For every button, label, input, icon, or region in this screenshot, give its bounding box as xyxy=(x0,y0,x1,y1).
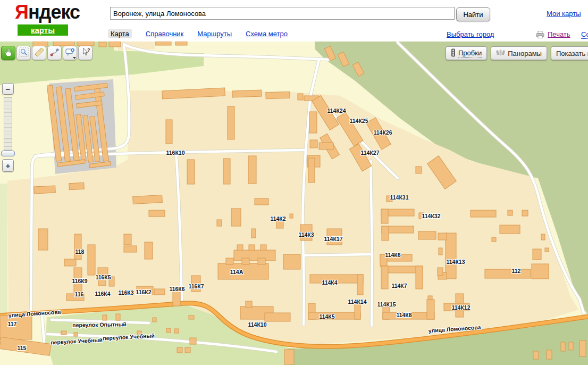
building xyxy=(237,245,243,251)
building-label: 114К2 xyxy=(270,215,285,222)
tab-metro[interactable]: Схема метро xyxy=(246,30,288,38)
building xyxy=(261,245,266,251)
building xyxy=(154,289,165,295)
route-icon xyxy=(49,46,61,60)
building-label: 116К6 xyxy=(169,286,184,292)
my-maps-link[interactable]: Мои карты xyxy=(547,10,581,18)
building xyxy=(579,341,586,356)
zoom-in-button[interactable]: + xyxy=(2,159,14,172)
traffic-light-icon xyxy=(451,48,456,59)
search-button[interactable]: Найти xyxy=(456,7,490,21)
building xyxy=(74,333,78,336)
building xyxy=(218,263,268,279)
route-tool[interactable] xyxy=(47,46,62,60)
building xyxy=(265,313,290,321)
building xyxy=(522,210,528,216)
building xyxy=(34,186,56,194)
building xyxy=(242,258,249,264)
building xyxy=(99,42,106,47)
magnifier-icon xyxy=(18,46,30,60)
building xyxy=(532,264,549,279)
zoom-control: − + xyxy=(2,83,16,179)
building-label: 114К13 xyxy=(446,259,465,265)
building xyxy=(232,90,262,97)
building xyxy=(382,226,389,240)
inspect-cursor-tool[interactable]: ? xyxy=(78,46,93,60)
printer-icon xyxy=(535,30,545,41)
zoom-selection-tool[interactable] xyxy=(16,46,31,60)
building-label: 116К10 xyxy=(166,150,184,156)
building xyxy=(255,198,268,205)
building-label: 117 xyxy=(8,321,17,327)
building xyxy=(251,229,256,238)
building-label: 114К15 xyxy=(377,301,396,308)
building-label: 114К31 xyxy=(390,194,408,201)
road xyxy=(371,161,372,326)
traffic-button[interactable]: Пробки xyxy=(446,46,487,60)
nav-tabs: КартаСправочникМаршрутыСхема метро xyxy=(108,29,288,38)
building xyxy=(547,350,552,359)
building xyxy=(61,331,66,335)
building xyxy=(248,156,256,184)
pan-hand-tool[interactable] xyxy=(1,46,15,60)
zoom-slider-handle[interactable] xyxy=(1,151,15,156)
choose-city-link[interactable]: Выбрать город xyxy=(447,30,494,38)
ruler-tool[interactable] xyxy=(32,46,46,60)
building xyxy=(508,210,513,215)
building xyxy=(276,221,283,228)
building xyxy=(310,140,317,148)
building xyxy=(53,42,74,46)
building xyxy=(357,275,363,295)
building xyxy=(258,258,265,264)
building xyxy=(166,328,171,333)
building xyxy=(492,237,496,242)
building xyxy=(428,296,432,300)
building xyxy=(175,42,187,45)
building-label: 116 xyxy=(75,291,84,297)
tab-directory[interactable]: Справочник xyxy=(146,30,184,38)
building xyxy=(38,229,48,250)
yandex-logo: Яндекс xyxy=(15,1,80,23)
building-label: 118 xyxy=(75,248,85,255)
building xyxy=(116,314,120,320)
traffic-button-label: Пробки xyxy=(458,49,482,57)
show-on-map-button[interactable]: Показать на к xyxy=(551,46,588,60)
building xyxy=(533,351,539,359)
building xyxy=(438,268,443,276)
building xyxy=(561,342,565,351)
building xyxy=(231,209,241,226)
building xyxy=(290,214,293,218)
building xyxy=(541,234,545,240)
print-link[interactable]: Печать xyxy=(548,30,570,38)
building-label: 114К24 xyxy=(327,107,346,114)
tab-routes[interactable]: Маршруты xyxy=(197,30,232,38)
building-label: 115 xyxy=(18,345,27,351)
building-label: 114К12 xyxy=(451,304,470,311)
svg-text:?: ? xyxy=(87,47,90,53)
building-label: 114К5 xyxy=(319,313,334,320)
zoom-slider-track[interactable] xyxy=(4,97,12,152)
building xyxy=(416,266,423,289)
panoramas-button[interactable]: Панорамы xyxy=(491,46,547,60)
building xyxy=(545,248,549,252)
building-label: 116К4 xyxy=(95,291,110,297)
building xyxy=(0,316,32,339)
building xyxy=(381,209,388,223)
maps-badge[interactable]: карты xyxy=(18,24,68,36)
zoom-out-button[interactable]: − xyxy=(2,83,14,95)
building xyxy=(217,220,222,226)
building xyxy=(569,342,573,350)
building xyxy=(74,234,81,260)
building-label: 114К26 xyxy=(373,129,392,136)
search-input[interactable] xyxy=(110,7,455,20)
building xyxy=(133,195,163,204)
building xyxy=(103,315,107,320)
building-label: 116К7 xyxy=(188,283,204,289)
logo-letter-ya: Я xyxy=(15,1,28,23)
building xyxy=(124,234,131,245)
building xyxy=(416,167,422,173)
building xyxy=(190,338,196,344)
add-placemark-tool[interactable] xyxy=(63,46,77,60)
save-link[interactable]: Со xyxy=(581,30,588,39)
tab-map[interactable]: Карта xyxy=(108,29,132,38)
